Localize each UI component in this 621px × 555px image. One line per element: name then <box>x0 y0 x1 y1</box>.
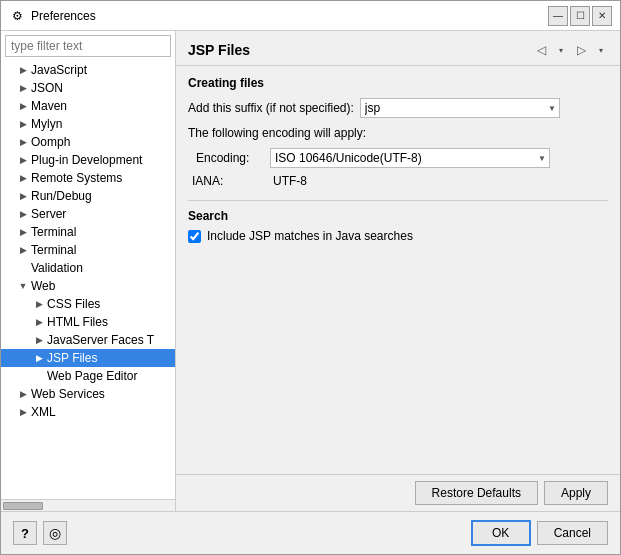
sidebar: ▶ JavaScript ▶ JSON ▶ Maven ▶ Mylyn <box>1 31 176 511</box>
encoding-row: Encoding: ISO 10646/Unicode(UTF-8) UTF-1… <box>196 148 608 168</box>
sidebar-item-label: XML <box>31 405 56 419</box>
sidebar-item-xml[interactable]: ▶ XML <box>1 403 175 421</box>
suffix-row: Add this suffix (if not specified): jsp … <box>188 98 608 118</box>
sidebar-item-maven[interactable]: ▶ Maven <box>1 97 175 115</box>
sidebar-item-label: Run/Debug <box>31 189 92 203</box>
sidebar-item-jsp-files[interactable]: ▶ JSP Files <box>1 349 175 367</box>
section-divider <box>188 200 608 201</box>
sidebar-item-label: Server <box>31 207 66 221</box>
minimize-button[interactable]: — <box>548 6 568 26</box>
sidebar-item-mylyn[interactable]: ▶ Mylyn <box>1 115 175 133</box>
sidebar-item-label: JSON <box>31 81 63 95</box>
search-section: Search Include JSP matches in Java searc… <box>188 209 608 243</box>
sidebar-item-label: Terminal <box>31 225 76 239</box>
search-section-label: Search <box>188 209 608 223</box>
bottom-right: OK Cancel <box>471 520 608 546</box>
expand-arrow-remote: ▶ <box>17 172 29 184</box>
window-title: Preferences <box>31 9 548 23</box>
expand-arrow-javascript: ▶ <box>17 64 29 76</box>
sidebar-item-plugin-dev[interactable]: ▶ Plug-in Development <box>1 151 175 169</box>
suffix-select[interactable]: jsp jspx jspf <box>360 98 560 118</box>
sidebar-item-label: CSS Files <box>47 297 100 311</box>
sidebar-item-label: Validation <box>31 261 83 275</box>
sidebar-item-label: Web <box>31 279 55 293</box>
sidebar-item-label: JavaScript <box>31 63 87 77</box>
restore-defaults-button[interactable]: Restore Defaults <box>415 481 538 505</box>
expand-arrow-maven: ▶ <box>17 100 29 112</box>
sidebar-item-web-services[interactable]: ▶ Web Services <box>1 385 175 403</box>
filter-input[interactable] <box>5 35 171 57</box>
expand-arrow-web: ▼ <box>17 280 29 292</box>
expand-arrow-ws: ▶ <box>17 388 29 400</box>
sidebar-item-jsf[interactable]: ▶ JavaServer Faces T <box>1 331 175 349</box>
back-dropdown-button[interactable]: ▾ <box>554 39 568 61</box>
sidebar-item-html-files[interactable]: ▶ HTML Files <box>1 313 175 331</box>
expand-arrow-server: ▶ <box>17 208 29 220</box>
sidebar-item-terminal[interactable]: ▶ Terminal <box>1 241 175 259</box>
sidebar-item-label: Oomph <box>31 135 70 149</box>
sidebar-item-run-debug[interactable]: ▶ Run/Debug <box>1 187 175 205</box>
options-button[interactable]: ◎ <box>43 521 67 545</box>
maximize-button[interactable]: ☐ <box>570 6 590 26</box>
sidebar-item-web[interactable]: ▼ Web <box>1 277 175 295</box>
window-controls: — ☐ ✕ <box>548 6 612 26</box>
sidebar-item-label: Web Services <box>31 387 105 401</box>
right-panel: JSP Files ◁ ▾ ▷ ▾ Creating files Add thi… <box>176 31 620 511</box>
encoding-section-row: The following encoding will apply: <box>188 126 608 140</box>
preferences-window: ⚙ Preferences — ☐ ✕ ▶ JavaScript ▶ JSON <box>0 0 621 555</box>
sidebar-item-server[interactable]: ▶ Server <box>1 205 175 223</box>
expand-arrow-terminal: ▶ <box>17 244 29 256</box>
sidebar-item-oomph[interactable]: ▶ Oomph <box>1 133 175 151</box>
expand-arrow-jsp: ▶ <box>33 352 45 364</box>
panel-toolbar: ◁ ▾ ▷ ▾ <box>530 39 608 61</box>
expand-arrow-json: ▶ <box>17 82 29 94</box>
sidebar-item-label: JSP Files <box>47 351 97 365</box>
encoding-select[interactable]: ISO 10646/Unicode(UTF-8) UTF-16 ISO-8859… <box>270 148 550 168</box>
expand-arrow-html: ▶ <box>33 316 45 328</box>
sidebar-item-javascript[interactable]: ▶ JavaScript <box>1 61 175 79</box>
sidebar-item-remote-systems[interactable]: ▶ Remote Systems <box>1 169 175 187</box>
sidebar-scrollbar-horizontal[interactable] <box>1 499 175 511</box>
close-button[interactable]: ✕ <box>592 6 612 26</box>
forward-button[interactable]: ▷ <box>570 39 592 61</box>
expand-arrow-jsf: ▶ <box>33 334 45 346</box>
cancel-button[interactable]: Cancel <box>537 521 608 545</box>
back-button[interactable]: ◁ <box>530 39 552 61</box>
iana-value: UTF-8 <box>273 174 307 188</box>
bottom-left: ? ◎ <box>13 521 67 545</box>
sidebar-item-label: Remote Systems <box>31 171 122 185</box>
expand-arrow-css: ▶ <box>33 298 45 310</box>
encoding-section-label: The following encoding will apply: <box>188 126 366 140</box>
suffix-label: Add this suffix (if not specified): <box>188 101 354 115</box>
expand-arrow-oomph: ▶ <box>17 136 29 148</box>
sidebar-item-label: HTML Files <box>47 315 108 329</box>
checkbox-row: Include JSP matches in Java searches <box>188 229 608 243</box>
sidebar-item-json[interactable]: ▶ JSON <box>1 79 175 97</box>
bottom-bar: ? ◎ OK Cancel <box>1 511 620 554</box>
window-icon: ⚙ <box>9 8 25 24</box>
sidebar-item-label: JavaServer Faces T <box>47 333 154 347</box>
jsp-checkbox[interactable] <box>188 230 201 243</box>
scroll-thumb[interactable] <box>3 502 43 510</box>
content-area: ▶ JavaScript ▶ JSON ▶ Maven ▶ Mylyn <box>1 31 620 511</box>
help-button[interactable]: ? <box>13 521 37 545</box>
expand-arrow-xml: ▶ <box>17 406 29 418</box>
forward-dropdown-button[interactable]: ▾ <box>594 39 608 61</box>
sidebar-item-team[interactable]: ▶ Terminal <box>1 223 175 241</box>
sidebar-item-label: Plug-in Development <box>31 153 142 167</box>
apply-button[interactable]: Apply <box>544 481 608 505</box>
sidebar-item-label: Web Page Editor <box>47 369 138 383</box>
sidebar-item-validation[interactable]: ▶ Validation <box>1 259 175 277</box>
tree-container: ▶ JavaScript ▶ JSON ▶ Maven ▶ Mylyn <box>1 61 175 499</box>
panel-body: Creating files Add this suffix (if not s… <box>176 66 620 474</box>
suffix-select-wrapper: jsp jspx jspf <box>360 98 560 118</box>
creating-section-label: Creating files <box>188 76 608 90</box>
sidebar-item-web-page-editor[interactable]: ▶ Web Page Editor <box>1 367 175 385</box>
apply-bar: Restore Defaults Apply <box>176 474 620 511</box>
sidebar-item-css-files[interactable]: ▶ CSS Files <box>1 295 175 313</box>
sidebar-item-label: Maven <box>31 99 67 113</box>
iana-label: IANA: <box>192 174 267 188</box>
ok-button[interactable]: OK <box>471 520 531 546</box>
checkbox-label[interactable]: Include JSP matches in Java searches <box>207 229 413 243</box>
encoding-label: Encoding: <box>196 151 264 165</box>
